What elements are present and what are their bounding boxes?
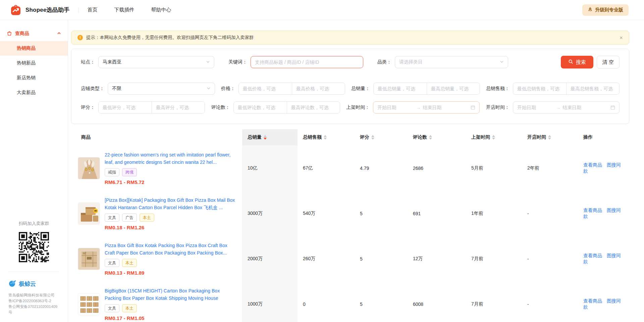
filter-panel: 站点： 马来西亚 关键词： 品类： 请选择类目 bbox=[71, 49, 629, 124]
view-product-link[interactable]: 查看商品 bbox=[583, 298, 602, 304]
sales-max-input[interactable] bbox=[427, 83, 480, 94]
upgrade-pro-button[interactable]: 升级到专业版 bbox=[582, 4, 629, 16]
col-shop-open-time[interactable]: 开店时间 bbox=[522, 134, 578, 140]
product-tag: 文具 bbox=[105, 259, 119, 267]
sort-icon[interactable] bbox=[492, 135, 495, 140]
opened-cell: - bbox=[522, 211, 578, 216]
col-listed-time[interactable]: 上架时间 bbox=[466, 134, 522, 140]
product-tag: 文具 bbox=[105, 214, 119, 222]
revenue-cell: 67亿 bbox=[298, 165, 355, 171]
view-product-link[interactable]: 查看商品 bbox=[583, 208, 602, 213]
revenue-max-input[interactable] bbox=[566, 83, 619, 94]
open-start-date-input[interactable] bbox=[517, 105, 554, 110]
sidebar-section-search-products[interactable]: 查商品 bbox=[0, 26, 68, 41]
site-select[interactable]: 马来西亚 bbox=[98, 56, 214, 68]
search-icon bbox=[568, 59, 573, 65]
listed-cell: 1年前 bbox=[466, 211, 522, 217]
product-tag: 广告 bbox=[122, 214, 137, 222]
col-total-revenue[interactable]: 总销售额 bbox=[298, 134, 355, 140]
table-row: [Pizza Box][Kotak] Packaging Box Gift Bo… bbox=[71, 191, 629, 236]
reviews-min-input[interactable] bbox=[234, 102, 287, 113]
sort-icon[interactable] bbox=[371, 135, 374, 140]
keyword-input[interactable] bbox=[251, 56, 363, 68]
footer-brand-name: 极鲸云 bbox=[19, 280, 36, 288]
listed-start-date-input[interactable] bbox=[377, 105, 414, 110]
listed-cell: 5月前 bbox=[466, 165, 522, 171]
sidebar-item-big-seller-new[interactable]: 大卖新品 bbox=[0, 85, 68, 100]
nav-item-home[interactable]: 首页 bbox=[87, 7, 97, 13]
product-tag: 本土 bbox=[122, 304, 137, 312]
sidebar-item-hot-new-products[interactable]: 热销新品 bbox=[0, 56, 68, 71]
shop-open-date-range[interactable]: → bbox=[513, 101, 620, 113]
rating-cell: 5 bbox=[355, 302, 408, 307]
reviews-max-input[interactable] bbox=[287, 102, 340, 113]
search-button[interactable]: 搜索 bbox=[561, 56, 593, 68]
rating-max-input[interactable] bbox=[152, 102, 205, 113]
shop-type-select[interactable]: 不限 bbox=[108, 83, 215, 95]
price-max-input[interactable] bbox=[292, 83, 345, 94]
rating-label: 评分： bbox=[81, 104, 95, 110]
sales-cell: 3000万 bbox=[242, 191, 298, 236]
app-title: Shopee选品助手 bbox=[25, 6, 69, 14]
price-min-input[interactable] bbox=[239, 83, 292, 94]
sidebar: 查商品 热销商品 热销新品 新店热销 大卖新品 扫码加入卖家群 bbox=[0, 20, 68, 322]
product-image[interactable] bbox=[78, 157, 100, 179]
product-title-link[interactable]: [Pizza Box][Kotak] Packaging Box Gift Bo… bbox=[105, 196, 237, 211]
sales-min-input[interactable] bbox=[374, 83, 427, 94]
product-tag: 跨境 bbox=[122, 168, 137, 176]
site-label: 站点： bbox=[81, 59, 95, 65]
revenue-cell: 0 bbox=[298, 302, 355, 307]
product-price: RM0.13 - RM1.89 bbox=[105, 270, 237, 276]
revenue-cell: 260万 bbox=[298, 256, 355, 262]
sidebar-item-new-shop-hot[interactable]: 新店热销 bbox=[0, 71, 68, 85]
sales-cell: 2000万 bbox=[242, 236, 298, 281]
listed-cell: 7月前 bbox=[466, 301, 522, 307]
nav-item-help-center[interactable]: 帮助中心 bbox=[151, 7, 171, 13]
shop-open-time-label: 开店时间： bbox=[486, 104, 509, 110]
sort-icon[interactable] bbox=[324, 135, 327, 140]
calendar-icon bbox=[610, 105, 615, 110]
police-number[interactable]: 鲁公网安备37021102001409号 bbox=[8, 304, 59, 315]
product-image[interactable] bbox=[78, 248, 100, 270]
view-product-link[interactable]: 查看商品 bbox=[583, 253, 602, 258]
product-tag: 本土 bbox=[122, 259, 137, 267]
bag-icon bbox=[7, 31, 12, 37]
col-reviews[interactable]: 评论数 bbox=[408, 134, 466, 140]
sort-icon-desc-active[interactable] bbox=[264, 135, 267, 140]
product-image[interactable] bbox=[78, 202, 100, 225]
table-header: 商品 总销量 总销售额 评分 bbox=[71, 129, 629, 145]
icp-number[interactable]: 鲁ICP备2022008363号-2 bbox=[8, 298, 59, 304]
rating-min-input[interactable] bbox=[99, 102, 152, 113]
listed-date-range[interactable]: → bbox=[373, 101, 480, 113]
nav-item-download-plugin[interactable]: 下载插件 bbox=[114, 7, 134, 13]
revenue-min-input[interactable] bbox=[513, 83, 566, 94]
table-row: BigBigBox (15CM HEIGHT) Carton Box Packa… bbox=[71, 281, 629, 322]
clear-button[interactable]: 清 空 bbox=[597, 56, 620, 68]
chevron-down-icon bbox=[207, 86, 211, 91]
opened-cell: - bbox=[522, 256, 578, 262]
sort-icon[interactable] bbox=[429, 135, 432, 140]
product-title-link[interactable]: Pizza Box Gift Box Kotak Packing Box Piz… bbox=[105, 242, 237, 257]
listed-end-date-input[interactable] bbox=[423, 105, 460, 110]
close-icon[interactable]: × bbox=[620, 35, 623, 41]
col-rating[interactable]: 评分 bbox=[355, 134, 408, 140]
main-content: ! 提示：本网站永久免费使用，无需任何费用。欢迎扫描网页左下角二维码加入卖家群 … bbox=[68, 20, 644, 322]
product-title-link[interactable]: BigBigBox (15CM HEIGHT) Carton Box Packa… bbox=[105, 287, 237, 302]
sales-cell: 1000万 bbox=[242, 281, 298, 322]
warning-icon: ! bbox=[77, 35, 83, 40]
product-title-link[interactable]: 22-piece fashion women's ring set with i… bbox=[105, 151, 237, 166]
view-product-link[interactable]: 查看商品 bbox=[583, 162, 602, 168]
product-tag: 戒指 bbox=[105, 168, 119, 176]
product-price: RM6.71 - RM5.72 bbox=[105, 179, 237, 185]
shop-type-label: 店铺类型： bbox=[81, 86, 104, 92]
total-sales-label: 总销量： bbox=[351, 86, 370, 92]
col-product: 商品 bbox=[71, 134, 242, 140]
col-actions: 操作 bbox=[578, 134, 629, 140]
sidebar-item-hot-products[interactable]: 热销商品 bbox=[0, 41, 68, 56]
sort-icon[interactable] bbox=[548, 135, 551, 140]
col-total-sales[interactable]: 总销量 bbox=[242, 129, 298, 145]
category-select[interactable]: 请选择类目 bbox=[395, 56, 508, 68]
chevron-down-icon bbox=[500, 59, 504, 65]
open-end-date-input[interactable] bbox=[562, 105, 599, 110]
product-image[interactable] bbox=[78, 293, 100, 315]
